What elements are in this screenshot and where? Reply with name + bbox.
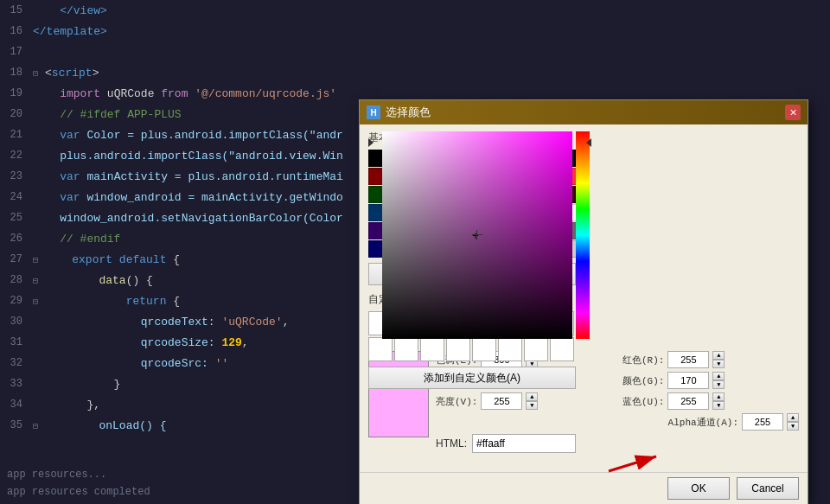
alpha-input[interactable]: [742, 413, 783, 431]
blue-input[interactable]: [667, 392, 709, 410]
red-control-row: 红色(R): ▲ ▼: [622, 351, 799, 368]
custom-swatch[interactable]: [472, 337, 496, 361]
dialog-footer: OK Cancel: [360, 472, 808, 504]
red-input[interactable]: [667, 351, 709, 368]
code-line: 15 </view>: [0, 0, 830, 21]
custom-swatch[interactable]: [394, 337, 418, 361]
red-spin-down[interactable]: ▼: [712, 360, 725, 368]
gradient-hue-container: +: [368, 131, 590, 339]
green-spinner[interactable]: ▲ ▼: [712, 372, 725, 389]
alpha-control-row: Alpha通道(A): ▲ ▼: [436, 413, 799, 431]
dialog-title-icon: H: [367, 105, 380, 119]
blue-spinner[interactable]: ▲ ▼: [712, 392, 725, 410]
close-button[interactable]: ✕: [785, 105, 801, 120]
blue-spin-down[interactable]: ▼: [712, 401, 725, 410]
dialog-titlebar: H 选择颜色 ✕: [360, 100, 808, 124]
alpha-spinner[interactable]: ▲ ▼: [787, 413, 799, 431]
custom-swatch[interactable]: [420, 337, 444, 361]
cancel-button[interactable]: Cancel: [737, 477, 799, 500]
alpha-spin-down[interactable]: ▼: [787, 422, 799, 431]
custom-swatch[interactable]: [368, 337, 393, 361]
alpha-label: Alpha通道(A):: [668, 416, 738, 429]
bright-control-row: 亮度(V): ▲ ▼: [436, 392, 612, 410]
hue-bar[interactable]: [576, 131, 590, 339]
arrow-row: [360, 458, 808, 472]
titlebar-left: H 选择颜色: [367, 105, 431, 120]
red-label: 红色(R):: [622, 354, 664, 367]
svg-line-1: [609, 456, 656, 471]
green-control-row: 颜色(G): ▲ ▼: [622, 372, 799, 389]
red-spinner[interactable]: ▲ ▼: [712, 351, 725, 368]
add-custom-color-button[interactable]: 添加到自定义颜色(A): [368, 367, 576, 389]
custom-swatch[interactable]: [550, 337, 574, 361]
red-spin-up[interactable]: ▲: [712, 351, 725, 360]
custom-swatch[interactable]: [498, 337, 522, 361]
ok-button[interactable]: OK: [667, 477, 730, 500]
custom-swatch[interactable]: [524, 337, 548, 361]
blue-spin-up[interactable]: ▲: [712, 392, 725, 401]
html-value-input[interactable]: [472, 434, 576, 453]
hue-position-indicator: [586, 138, 591, 147]
gradient-picker[interactable]: +: [382, 131, 572, 339]
bright-spin-up[interactable]: ▲: [526, 392, 538, 401]
blue-label: 蓝色(U):: [622, 395, 664, 408]
dialog-title: 选择颜色: [386, 105, 431, 120]
green-spin-down[interactable]: ▼: [712, 380, 725, 389]
bright-spinner[interactable]: ▲ ▼: [526, 392, 538, 410]
green-input[interactable]: [667, 372, 709, 389]
code-line: 16</template>: [0, 21, 830, 41]
green-spin-up[interactable]: ▲: [712, 372, 725, 380]
code-line: 18⊟ <script>: [0, 62, 830, 83]
right-color-panel: +: [368, 131, 590, 339]
code-line: 17: [0, 41, 830, 62]
bright-label: 亮度(V):: [436, 395, 477, 408]
bright-input[interactable]: [481, 392, 522, 410]
dialog-body: 基本颜色(B) Pick Screen Color 自定义颜色(C): [360, 124, 808, 346]
bright-spin-down[interactable]: ▼: [526, 401, 538, 410]
alpha-spin-up[interactable]: ▲: [787, 413, 799, 422]
green-label: 颜色(G):: [622, 374, 664, 387]
color-picker-dialog[interactable]: H 选择颜色 ✕ 基本颜色(B) Pick Screen Color 自定义颜色…: [359, 99, 808, 504]
custom-swatch[interactable]: [446, 337, 470, 361]
blue-control-row: 蓝色(U): ▲ ▼: [622, 392, 799, 410]
custom-swatches-row2: [368, 337, 589, 361]
html-label: HTML:: [436, 437, 467, 450]
red-arrow: [600, 450, 669, 475]
